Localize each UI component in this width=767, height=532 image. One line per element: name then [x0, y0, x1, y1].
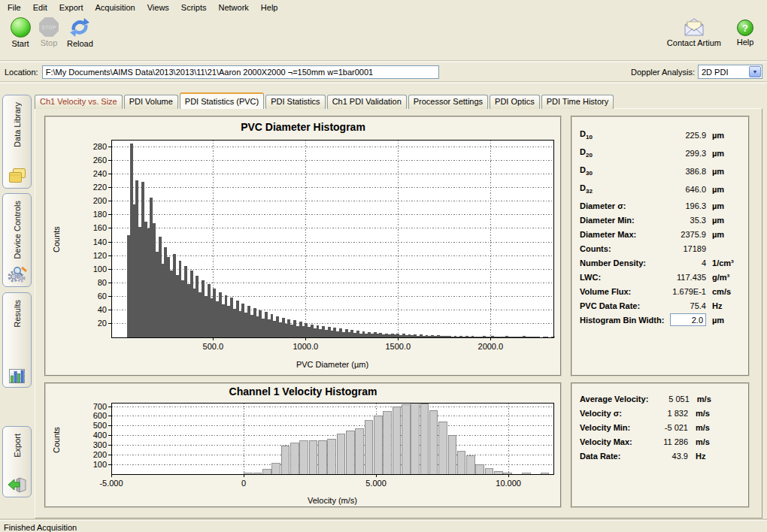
folders-icon [8, 168, 27, 184]
doppler-analysis-select[interactable]: 2D PDI ▼ [698, 65, 762, 79]
pvc-diameter-chart-panel: PVC Diameter Histogram Counts 2040608010… [44, 116, 562, 376]
svg-text:0: 0 [241, 479, 246, 488]
svg-text:200: 200 [93, 196, 107, 205]
location-input[interactable] [42, 65, 439, 79]
tab-processor-settings[interactable]: Processor Settings [408, 95, 488, 109]
status-bar: Finished Acquisition [0, 520, 767, 532]
toolbar: Start STOP Stop Reload Contact A [0, 14, 767, 60]
stat-row: D20299.3µm [580, 144, 738, 162]
menu-views[interactable]: Views [141, 2, 175, 14]
tab-pdi-statistics[interactable]: PDI Statistics [265, 95, 325, 109]
menu-file[interactable]: File [2, 2, 27, 14]
pvc-statistics-panel: D10225.9µmD20299.3µmD30386.8µmD32646.0µm… [571, 116, 750, 376]
stat-label: Diameter Max: [580, 230, 646, 239]
sidebar-item-export[interactable]: Export [2, 426, 32, 497]
svg-text:500.0: 500.0 [203, 342, 224, 351]
histogram-bin-width-input[interactable] [670, 313, 706, 326]
svg-text:1000.0: 1000.0 [293, 342, 318, 351]
stop-label: Stop [41, 38, 58, 47]
stat-label: D20 [580, 147, 646, 159]
doppler-analysis-label: Doppler Analysis: [631, 68, 695, 77]
contact-artium-button[interactable]: Contact Artium [663, 16, 725, 49]
stat-label: Counts: [580, 244, 646, 253]
stat-label: Data Rate: [580, 452, 644, 461]
stat-unit: m/s [697, 394, 718, 404]
velocity-statistics-panel: Average Velocity:5 051m/sVelocity σ:1 83… [571, 382, 750, 508]
menu-export[interactable]: Export [53, 2, 89, 14]
tab-pdi-optics[interactable]: PDI Optics [490, 95, 540, 109]
gears-icon [8, 264, 27, 283]
stat-value: 4 [646, 258, 706, 268]
stat-row: Diameter Max:2375.9µm [580, 227, 738, 241]
stat-unit: g/m³ [712, 273, 738, 282]
stat-unit: µm [712, 167, 738, 176]
sidebar-item-results[interactable]: Results [2, 292, 32, 388]
svg-text:600: 600 [93, 411, 107, 420]
svg-text:2000.0: 2000.0 [478, 342, 504, 351]
svg-text:10.000: 10.000 [496, 479, 521, 488]
menu-acquisition[interactable]: Acquisition [89, 2, 141, 14]
velocity-chart-xlabel: Velocity (m/s) [111, 496, 553, 505]
stat-label: Diameter Min: [580, 216, 646, 225]
help-icon: ? [737, 20, 753, 36]
svg-text:500: 500 [93, 421, 107, 430]
stat-unit: m/s [696, 437, 718, 446]
chevron-down-icon: ▼ [749, 66, 761, 77]
stat-value: 35.3 [646, 216, 706, 225]
start-icon [11, 17, 31, 38]
help-button[interactable]: ? Help [731, 16, 759, 48]
tab-pdi-time-history[interactable]: PDI Time History [541, 95, 614, 109]
stat-label: D32 [580, 183, 646, 195]
stat-label: D30 [580, 165, 646, 177]
stat-label: Average Velocity: [580, 394, 648, 404]
stat-value: 43.9 [644, 452, 688, 461]
svg-text:1500.0: 1500.0 [386, 342, 411, 351]
reload-button[interactable]: Reload [63, 16, 97, 50]
bar-chart-icon [9, 369, 25, 383]
stat-unit: µm [712, 230, 738, 239]
sidebar: Data Library Device Controls [0, 83, 35, 520]
stop-button[interactable]: STOP Stop [35, 16, 63, 49]
menu-edit[interactable]: Edit [27, 2, 53, 14]
stat-row: Data Rate:43.9Hz [580, 449, 718, 463]
stat-label: Velocity σ: [580, 409, 644, 418]
sidebar-item-device-controls[interactable]: Device Controls [2, 193, 32, 287]
svg-text:200: 200 [93, 450, 107, 459]
pvc-chart-ylabel: Counts [52, 226, 61, 252]
start-label: Start [11, 39, 29, 48]
sidebar-item-label: Device Controls [13, 201, 22, 259]
export-arrow-icon [7, 476, 27, 493]
velocity-chart-ylabel: Counts [52, 427, 61, 453]
stat-value: 11 286 [644, 437, 688, 446]
tab-ch1-velocity-vs-size[interactable]: Ch1 Velocity vs. Size [35, 95, 123, 109]
stat-unit: µm [712, 316, 738, 325]
status-text: Finished Acquisition [4, 523, 77, 532]
stat-unit: m/s [696, 409, 718, 418]
stat-value: 196.3 [646, 201, 706, 210]
stat-value: 386.8 [646, 167, 706, 176]
stat-unit: µm [712, 185, 738, 194]
stat-row: LWC:117.435g/m³ [580, 270, 738, 284]
tab-pdi-statistics-pvc[interactable]: PDI Statistics (PVC) [180, 92, 264, 109]
stat-value: 646.0 [646, 185, 706, 194]
stat-row: Histogram Bin Width:µm [580, 313, 738, 327]
velocity-chart-panel: Channel 1 Velocity Histogram Counts 1002… [44, 382, 562, 508]
start-button[interactable]: Start [6, 16, 35, 50]
svg-text:120: 120 [93, 251, 107, 260]
menu-network[interactable]: Network [212, 2, 254, 14]
menu-help[interactable]: Help [255, 2, 284, 14]
stat-value: 1.679E-1 [646, 287, 706, 296]
tab-page-pdi-statistics-pvc: PVC Diameter Histogram Counts 2040608010… [35, 108, 762, 518]
application-window: File Edit Export Acquisition Views Scrip… [0, 0, 767, 532]
stat-unit: Hz [696, 452, 718, 461]
location-row: Location: Doppler Analysis: 2D PDI ▼ [0, 62, 767, 81]
menu-scripts[interactable]: Scripts [175, 2, 213, 14]
stat-row: Average Velocity:5 051m/s [580, 391, 718, 406]
sidebar-item-data-library[interactable]: Data Library [2, 95, 32, 189]
stat-unit: µm [712, 216, 738, 225]
tab-ch1-pdi-validation[interactable]: Ch1 PDI Validation [327, 95, 407, 109]
stat-value: 2375.9 [646, 230, 706, 239]
stat-label: Number Density: [580, 258, 646, 268]
stat-row: Counts:17189 [580, 241, 738, 255]
tab-pdi-volume[interactable]: PDI Volume [124, 95, 178, 109]
